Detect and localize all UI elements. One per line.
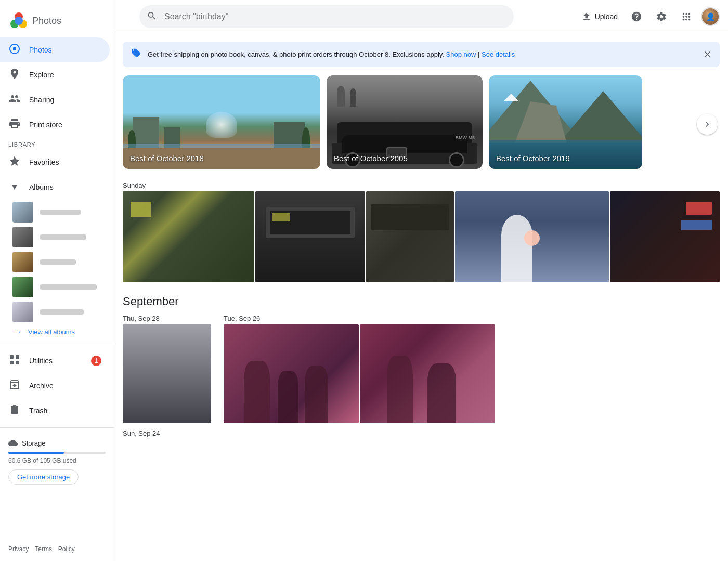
album-item[interactable]	[0, 225, 114, 250]
album-thumb-1	[12, 202, 33, 223]
cloud-icon	[8, 438, 18, 448]
favorites-nav-label: Favorites	[29, 158, 59, 166]
photos-nav-label: Photos	[29, 46, 52, 54]
sidebar-item-favorites[interactable]: Favorites	[0, 150, 110, 175]
sidebar-item-albums[interactable]: ▼ Albums	[0, 175, 110, 200]
sunday-photo-5[interactable]	[610, 191, 720, 282]
sidebar-item-photos[interactable]: Photos	[0, 37, 110, 62]
apps-icon	[681, 11, 692, 22]
help-icon	[631, 11, 642, 22]
banner-close-button[interactable]: ✕	[704, 49, 711, 60]
memory-label-3: Best of October 2019	[496, 154, 570, 163]
september-title: September	[114, 291, 728, 310]
search-bar	[139, 5, 514, 28]
settings-icon	[656, 11, 667, 22]
memories-scroll: Best of October 2018	[123, 75, 720, 169]
album-item[interactable]	[0, 275, 114, 299]
september-dates-row: Thu, Sep 28 Tue, Sep 26	[114, 310, 728, 423]
storage-section: Storage 60.6 GB of 105 GB used Get more …	[0, 432, 114, 491]
view-all-albums[interactable]: → View all albums	[0, 324, 114, 340]
memory-card-3[interactable]: Best of October 2019	[489, 75, 642, 169]
album-item[interactable]	[0, 250, 114, 275]
sidebar-item-print-store[interactable]: Print store	[0, 112, 110, 137]
sep-28-photos	[123, 324, 211, 423]
memory-label-2: Best of October 2005	[334, 154, 408, 163]
explore-icon	[8, 68, 21, 83]
album-thumb-2	[12, 227, 33, 247]
storage-bar-background	[8, 452, 106, 454]
sunday-photo-4[interactable]	[455, 191, 609, 282]
album-item[interactable]	[0, 299, 114, 324]
album-thumb-3	[12, 252, 33, 272]
privacy-link[interactable]: Privacy	[8, 545, 29, 553]
policy-link[interactable]: Policy	[58, 545, 75, 553]
svg-rect-5	[10, 355, 14, 359]
promo-banner: Get free shipping on photo book, canvas,…	[123, 42, 720, 67]
sep-photo-tue-2[interactable]	[360, 324, 495, 423]
upload-icon	[581, 11, 592, 22]
sep-28-column: Thu, Sep 28	[123, 310, 211, 423]
upload-button[interactable]: Upload	[577, 9, 622, 24]
photos-wordmark: Photos	[32, 16, 61, 27]
library-section-label: LIBRARY	[0, 137, 114, 150]
print-store-icon	[8, 118, 21, 133]
sidebar-logo: Photos	[0, 4, 114, 37]
memory-card-1[interactable]: Best of October 2018	[123, 75, 320, 169]
sep-photo-tue-1[interactable]	[224, 324, 359, 423]
album-name-4	[40, 284, 97, 290]
storage-label: Storage	[8, 438, 106, 448]
sidebar-divider-2	[0, 427, 114, 428]
memory-card-2[interactable]: BMW M5 Best of October 2005	[327, 75, 483, 169]
user-avatar[interactable]: 👤	[701, 7, 720, 26]
sidebar-divider-1	[0, 344, 114, 344]
memories-next-button[interactable]	[697, 114, 718, 135]
get-more-storage-button[interactable]: Get more storage	[8, 469, 79, 485]
utilities-icon	[8, 354, 21, 369]
app-container: Photos Photos Explore Sharing	[0, 0, 728, 561]
sharing-icon	[8, 93, 21, 108]
photos-icon	[8, 43, 21, 58]
svg-rect-6	[16, 355, 19, 359]
sidebar-item-trash[interactable]: Trash	[0, 398, 110, 423]
sep-26-photos	[224, 324, 495, 423]
photos-logo-icon	[8, 10, 29, 31]
archive-icon	[8, 379, 21, 394]
sunday-label: Sunday	[114, 177, 728, 191]
svg-rect-4	[13, 47, 16, 50]
albums-expand-icon: ▼	[8, 182, 21, 192]
sep-photo-thu[interactable]	[123, 324, 211, 423]
sep-26-label: Tue, Sep 26	[224, 310, 495, 324]
album-thumb-5	[12, 302, 33, 322]
sidebar-item-sharing[interactable]: Sharing	[0, 87, 110, 112]
svg-rect-7	[10, 361, 14, 364]
google-photos-logo[interactable]: Photos	[8, 10, 81, 31]
sidebar-item-archive[interactable]: Archive	[0, 373, 110, 398]
svg-rect-8	[16, 361, 19, 364]
main-content: Get free shipping on photo book, canvas,…	[114, 42, 728, 439]
see-details-link[interactable]: See details	[482, 50, 515, 58]
apps-button[interactable]	[676, 6, 697, 27]
albums-nav-label: Albums	[29, 183, 54, 191]
sidebar-item-explore[interactable]: Explore	[0, 62, 110, 87]
settings-button[interactable]	[651, 6, 672, 27]
utilities-badge: 1	[91, 356, 101, 366]
header-bar: Upload 👤	[114, 0, 728, 33]
storage-bar-fill	[8, 452, 64, 454]
search-input[interactable]	[139, 5, 514, 28]
help-button[interactable]	[626, 6, 647, 27]
sunday-photo-3[interactable]	[366, 191, 454, 282]
shop-now-link[interactable]: Shop now	[446, 50, 476, 58]
sidebar-item-utilities[interactable]: Utilities 1	[0, 348, 110, 373]
album-name-3	[40, 259, 76, 265]
utilities-nav-label: Utilities	[29, 357, 53, 365]
trash-icon	[8, 403, 21, 419]
view-all-label: View all albums	[28, 328, 75, 336]
sunday-section: Sunday	[114, 177, 728, 282]
sunday-photo-2[interactable]	[255, 191, 365, 282]
sharing-nav-label: Sharing	[29, 96, 54, 104]
sep-26-column: Tue, Sep 26	[224, 310, 495, 423]
sunday-photo-1[interactable]	[123, 191, 254, 282]
album-item[interactable]	[0, 200, 114, 225]
terms-link[interactable]: Terms	[35, 545, 52, 553]
chevron-right-icon	[702, 119, 712, 129]
